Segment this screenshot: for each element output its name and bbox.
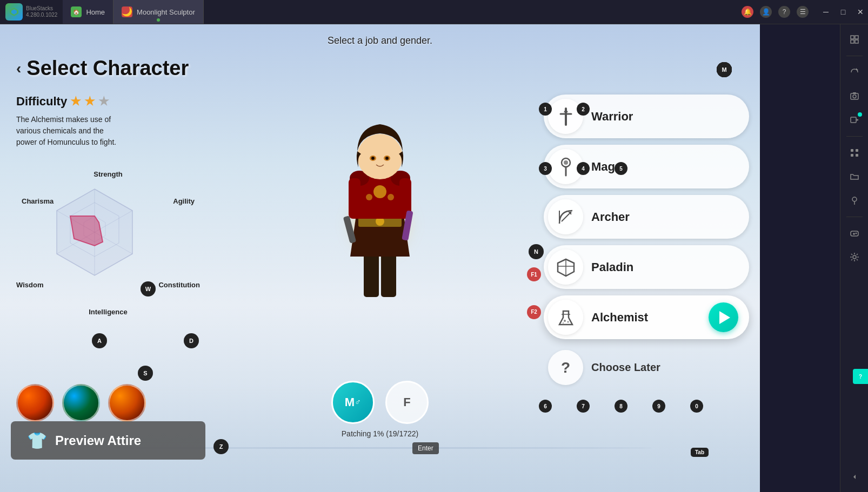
- key-1: 1: [539, 103, 552, 116]
- difficulty-text: Difficulty: [16, 95, 67, 109]
- collapse-tool[interactable]: [845, 467, 864, 487]
- expand-tool[interactable]: [845, 30, 864, 49]
- star-2: ★: [84, 95, 95, 109]
- key-S: S: [138, 366, 153, 381]
- svg-rect-58: [851, 154, 853, 157]
- key-4: 4: [577, 162, 590, 175]
- settings-tool[interactable]: [845, 247, 864, 267]
- close-button[interactable]: ✕: [853, 4, 868, 19]
- bs-logo-icon: [5, 3, 23, 21]
- paladin-icon: [548, 250, 583, 285]
- menu-icon[interactable]: ☰: [797, 6, 809, 18]
- svg-rect-49: [855, 40, 858, 43]
- female-label: F: [403, 395, 410, 409]
- job-mage[interactable]: Mage: [544, 145, 749, 188]
- choose-later-section[interactable]: ? Choose Later: [544, 346, 749, 389]
- skill-2[interactable]: [62, 384, 100, 422]
- apps-tool[interactable]: [845, 143, 864, 163]
- key-F1-badge: F1: [527, 267, 541, 281]
- svg-rect-57: [856, 149, 858, 152]
- svg-rect-51: [851, 93, 858, 99]
- alchemist-icon: [548, 300, 583, 335]
- record-tool[interactable]: [845, 110, 864, 130]
- game-tab-icon: 🌙: [122, 6, 132, 17]
- help-icon[interactable]: ?: [778, 6, 790, 18]
- star-3: ★: [98, 95, 109, 109]
- job-warrior[interactable]: Warrior: [544, 95, 749, 138]
- key-F2-badge: F2: [527, 305, 541, 319]
- svg-rect-13: [381, 254, 396, 297]
- tab-home[interactable]: 🏠 Home: [63, 0, 113, 24]
- page-title: Select Character: [26, 57, 189, 80]
- character-figure: [326, 111, 434, 327]
- key-A: A: [92, 333, 107, 348]
- key-Z: Z: [213, 439, 229, 454]
- svg-point-65: [853, 255, 856, 259]
- svg-rect-59: [856, 154, 858, 157]
- titlebar: BlueStacks 4.280.0.1022 🏠 Home 🌙 Moonlig…: [0, 0, 868, 24]
- minimize-button[interactable]: ─: [818, 4, 833, 19]
- female-gender-button[interactable]: F: [385, 381, 429, 424]
- star-1: ★: [70, 95, 81, 109]
- warrior-icon: [548, 99, 583, 134]
- key-N: N: [529, 244, 544, 259]
- maximize-button[interactable]: □: [836, 4, 851, 19]
- bluestacks-logo: BlueStacks 4.280.0.1022: [0, 3, 63, 21]
- tab-active-dot: [157, 18, 160, 22]
- stat-wisdom: Wisdom: [16, 281, 43, 289]
- archer-icon: [548, 199, 583, 234]
- svg-point-26: [357, 134, 403, 179]
- key-D: D: [184, 333, 199, 348]
- key-3: 3: [539, 162, 552, 175]
- key-8: 8: [615, 400, 627, 413]
- warrior-name: Warrior: [591, 110, 738, 124]
- svg-point-43: [564, 320, 566, 322]
- key-6: 6: [539, 400, 552, 413]
- mage-name: Mage: [591, 160, 738, 174]
- job-archer[interactable]: Archer: [544, 195, 749, 239]
- difficulty-section: Difficulty ★ ★ ★ The Alchemist makes use…: [16, 95, 222, 159]
- male-label: M: [345, 395, 355, 409]
- screenshot-tool[interactable]: [845, 86, 864, 106]
- patch-status: Patching 1% (19/1722): [342, 429, 418, 438]
- bluestacks-sidebar: ?: [840, 24, 868, 492]
- svg-rect-56: [851, 149, 853, 152]
- enter-hint: Enter: [412, 442, 439, 454]
- difficulty-label: Difficulty ★ ★ ★: [16, 95, 222, 109]
- game-area: Select a job and gender. ‹ Select Charac…: [0, 24, 760, 492]
- stat-constitution: Constitution: [158, 281, 200, 289]
- difficulty-description: The Alchemist makes use ofvarious chemic…: [16, 114, 222, 148]
- gamepad-tool[interactable]: [845, 224, 864, 243]
- back-arrow-icon[interactable]: ‹: [16, 60, 21, 77]
- svg-point-16: [373, 185, 386, 198]
- svg-rect-53: [853, 92, 856, 94]
- svg-rect-12: [364, 254, 379, 297]
- skill-1[interactable]: [16, 384, 54, 422]
- svg-rect-48: [851, 40, 854, 43]
- key-5: 5: [615, 162, 627, 175]
- play-button[interactable]: [709, 302, 738, 332]
- folder-tool[interactable]: [845, 167, 864, 186]
- gender-section: M ♂ F Patching 1% (19/1722): [331, 381, 429, 438]
- home-tab-label: Home: [86, 8, 105, 16]
- svg-point-52: [853, 95, 856, 98]
- rotate-tool[interactable]: [845, 63, 864, 82]
- svg-rect-47: [855, 36, 858, 39]
- play-triangle-icon: [719, 311, 730, 324]
- map-tool[interactable]: [845, 191, 864, 210]
- account-icon[interactable]: 👤: [760, 6, 772, 18]
- job-alchemist[interactable]: Alchemist: [544, 295, 749, 339]
- skill-3[interactable]: [108, 384, 146, 422]
- preview-attire-button[interactable]: 👕 Preview Attire: [11, 421, 205, 460]
- notification-icon[interactable]: 🔔: [742, 6, 753, 18]
- male-gender-button[interactable]: M ♂: [331, 381, 375, 424]
- help-tab[interactable]: ?: [853, 369, 868, 384]
- svg-point-30: [385, 157, 389, 160]
- svg-rect-46: [851, 36, 854, 39]
- skill-icons: [16, 384, 146, 422]
- job-paladin[interactable]: Paladin: [544, 245, 749, 289]
- tab-game[interactable]: 🌙 Moonlight Sculptor: [113, 0, 204, 24]
- titlebar-icons: 🔔 👤 ? ☰: [742, 6, 814, 18]
- window-controls: ─ □ ✕: [818, 4, 868, 19]
- svg-point-60: [852, 197, 857, 201]
